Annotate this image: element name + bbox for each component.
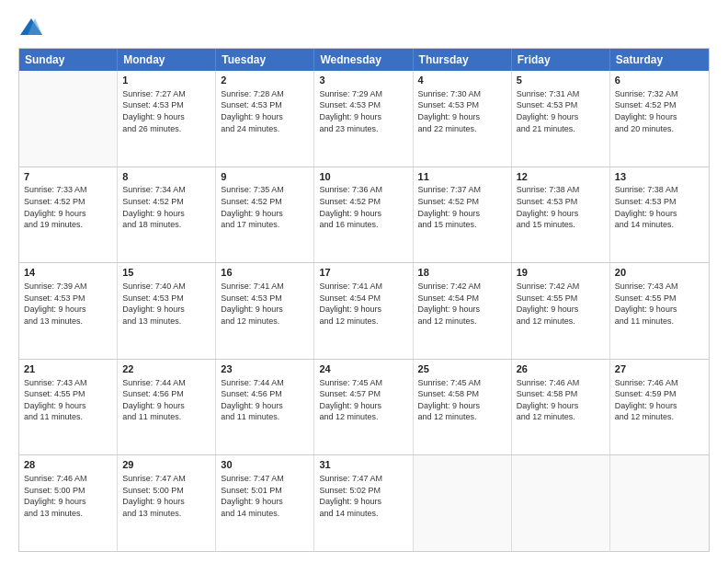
day-info: Sunrise: 7:46 AM Sunset: 4:58 PM Dayligh… — [517, 377, 605, 423]
day-number: 31 — [319, 458, 407, 472]
day-number: 19 — [517, 266, 605, 280]
day-number: 23 — [221, 362, 309, 376]
day-number: 16 — [221, 266, 309, 280]
day-number: 28 — [24, 458, 112, 472]
cal-cell: 3Sunrise: 7:29 AM Sunset: 4:53 PM Daylig… — [314, 71, 413, 167]
calendar: SundayMondayTuesdayWednesdayThursdayFrid… — [18, 48, 710, 552]
day-info: Sunrise: 7:46 AM Sunset: 4:59 PM Dayligh… — [615, 377, 704, 423]
header-cell-wednesday: Wednesday — [314, 49, 413, 71]
day-number: 7 — [24, 170, 112, 184]
cal-cell: 9Sunrise: 7:35 AM Sunset: 4:52 PM Daylig… — [216, 167, 314, 263]
week-row-1: 7Sunrise: 7:33 AM Sunset: 4:52 PM Daylig… — [19, 167, 709, 264]
header-cell-monday: Monday — [118, 49, 216, 71]
day-info: Sunrise: 7:28 AM Sunset: 4:53 PM Dayligh… — [221, 88, 309, 134]
cal-cell: 13Sunrise: 7:38 AM Sunset: 4:53 PM Dayli… — [610, 167, 709, 263]
day-info: Sunrise: 7:42 AM Sunset: 4:55 PM Dayligh… — [517, 281, 605, 327]
header-cell-thursday: Thursday — [414, 49, 512, 71]
day-number: 5 — [517, 74, 605, 87]
cal-cell: 25Sunrise: 7:45 AM Sunset: 4:58 PM Dayli… — [414, 360, 512, 455]
cal-cell: 8Sunrise: 7:34 AM Sunset: 4:52 PM Daylig… — [118, 167, 216, 263]
week-row-0: 1Sunrise: 7:27 AM Sunset: 4:53 PM Daylig… — [19, 71, 709, 167]
day-number: 15 — [122, 266, 210, 280]
day-number: 20 — [615, 266, 704, 280]
day-info: Sunrise: 7:38 AM Sunset: 4:53 PM Dayligh… — [615, 184, 704, 230]
day-info: Sunrise: 7:47 AM Sunset: 5:01 PM Dayligh… — [221, 473, 309, 519]
day-info: Sunrise: 7:30 AM Sunset: 4:53 PM Dayligh… — [418, 88, 506, 134]
cal-cell: 27Sunrise: 7:46 AM Sunset: 4:59 PM Dayli… — [610, 360, 709, 455]
cal-cell: 26Sunrise: 7:46 AM Sunset: 4:58 PM Dayli… — [512, 360, 610, 455]
cal-cell: 4Sunrise: 7:30 AM Sunset: 4:53 PM Daylig… — [414, 71, 512, 167]
day-info: Sunrise: 7:45 AM Sunset: 4:57 PM Dayligh… — [319, 377, 407, 423]
day-info: Sunrise: 7:44 AM Sunset: 4:56 PM Dayligh… — [221, 377, 309, 423]
day-info: Sunrise: 7:41 AM Sunset: 4:53 PM Dayligh… — [221, 281, 309, 327]
day-number: 27 — [615, 362, 704, 376]
cal-cell — [512, 455, 610, 551]
day-number: 13 — [615, 170, 704, 184]
calendar-header-row: SundayMondayTuesdayWednesdayThursdayFrid… — [19, 49, 709, 71]
day-number: 25 — [418, 362, 506, 376]
cal-cell — [19, 71, 118, 167]
day-number: 6 — [615, 74, 704, 87]
day-info: Sunrise: 7:32 AM Sunset: 4:52 PM Dayligh… — [615, 88, 704, 134]
cal-cell — [610, 455, 709, 551]
header-cell-tuesday: Tuesday — [216, 49, 314, 71]
day-info: Sunrise: 7:44 AM Sunset: 4:56 PM Dayligh… — [122, 377, 210, 423]
day-info: Sunrise: 7:34 AM Sunset: 4:52 PM Dayligh… — [122, 184, 210, 230]
header-cell-friday: Friday — [512, 49, 610, 71]
week-row-3: 21Sunrise: 7:43 AM Sunset: 4:55 PM Dayli… — [19, 360, 709, 456]
day-number: 21 — [24, 362, 112, 376]
day-info: Sunrise: 7:40 AM Sunset: 4:53 PM Dayligh… — [122, 281, 210, 327]
cal-cell: 30Sunrise: 7:47 AM Sunset: 5:01 PM Dayli… — [216, 455, 314, 551]
cal-cell: 23Sunrise: 7:44 AM Sunset: 4:56 PM Dayli… — [216, 360, 314, 455]
cal-cell: 24Sunrise: 7:45 AM Sunset: 4:57 PM Dayli… — [314, 360, 413, 455]
cal-cell: 22Sunrise: 7:44 AM Sunset: 4:56 PM Dayli… — [118, 360, 216, 455]
week-row-4: 28Sunrise: 7:46 AM Sunset: 5:00 PM Dayli… — [19, 455, 709, 551]
week-row-2: 14Sunrise: 7:39 AM Sunset: 4:53 PM Dayli… — [19, 263, 709, 360]
day-number: 8 — [122, 170, 210, 184]
cal-cell: 7Sunrise: 7:33 AM Sunset: 4:52 PM Daylig… — [19, 167, 118, 263]
cal-cell: 14Sunrise: 7:39 AM Sunset: 4:53 PM Dayli… — [19, 263, 118, 359]
cal-cell: 28Sunrise: 7:46 AM Sunset: 5:00 PM Dayli… — [19, 455, 118, 551]
cal-cell: 10Sunrise: 7:36 AM Sunset: 4:52 PM Dayli… — [314, 167, 413, 263]
cal-cell: 11Sunrise: 7:37 AM Sunset: 4:52 PM Dayli… — [414, 167, 512, 263]
day-info: Sunrise: 7:46 AM Sunset: 5:00 PM Dayligh… — [24, 473, 112, 519]
day-info: Sunrise: 7:47 AM Sunset: 5:00 PM Dayligh… — [122, 473, 210, 519]
day-number: 4 — [418, 74, 506, 87]
day-number: 14 — [24, 266, 112, 280]
cal-cell: 16Sunrise: 7:41 AM Sunset: 4:53 PM Dayli… — [216, 263, 314, 359]
header — [18, 15, 710, 40]
cal-cell: 17Sunrise: 7:41 AM Sunset: 4:54 PM Dayli… — [314, 263, 413, 359]
cal-cell: 20Sunrise: 7:43 AM Sunset: 4:55 PM Dayli… — [610, 263, 709, 359]
day-number: 2 — [221, 74, 309, 87]
cal-cell: 29Sunrise: 7:47 AM Sunset: 5:00 PM Dayli… — [118, 455, 216, 551]
cal-cell: 15Sunrise: 7:40 AM Sunset: 4:53 PM Dayli… — [118, 263, 216, 359]
logo-icon — [18, 15, 44, 40]
day-info: Sunrise: 7:37 AM Sunset: 4:52 PM Dayligh… — [418, 184, 506, 230]
day-number: 26 — [517, 362, 605, 376]
header-cell-sunday: Sunday — [19, 49, 118, 71]
day-number: 22 — [122, 362, 210, 376]
cal-cell: 31Sunrise: 7:47 AM Sunset: 5:02 PM Dayli… — [314, 455, 413, 551]
day-info: Sunrise: 7:43 AM Sunset: 4:55 PM Dayligh… — [615, 281, 704, 327]
day-number: 30 — [221, 458, 309, 472]
day-info: Sunrise: 7:36 AM Sunset: 4:52 PM Dayligh… — [319, 184, 407, 230]
cal-cell: 2Sunrise: 7:28 AM Sunset: 4:53 PM Daylig… — [216, 71, 314, 167]
day-info: Sunrise: 7:41 AM Sunset: 4:54 PM Dayligh… — [319, 281, 407, 327]
cal-cell: 6Sunrise: 7:32 AM Sunset: 4:52 PM Daylig… — [610, 71, 709, 167]
page: SundayMondayTuesdayWednesdayThursdayFrid… — [0, 0, 728, 563]
calendar-body: 1Sunrise: 7:27 AM Sunset: 4:53 PM Daylig… — [19, 71, 709, 551]
cal-cell: 19Sunrise: 7:42 AM Sunset: 4:55 PM Dayli… — [512, 263, 610, 359]
day-info: Sunrise: 7:33 AM Sunset: 4:52 PM Dayligh… — [24, 184, 112, 230]
cal-cell: 1Sunrise: 7:27 AM Sunset: 4:53 PM Daylig… — [118, 71, 216, 167]
day-info: Sunrise: 7:35 AM Sunset: 4:52 PM Dayligh… — [221, 184, 309, 230]
day-info: Sunrise: 7:42 AM Sunset: 4:54 PM Dayligh… — [418, 281, 506, 327]
day-number: 29 — [122, 458, 210, 472]
day-info: Sunrise: 7:38 AM Sunset: 4:53 PM Dayligh… — [517, 184, 605, 230]
day-info: Sunrise: 7:43 AM Sunset: 4:55 PM Dayligh… — [24, 377, 112, 423]
day-number: 17 — [319, 266, 407, 280]
day-info: Sunrise: 7:29 AM Sunset: 4:53 PM Dayligh… — [319, 88, 407, 134]
cal-cell — [414, 455, 512, 551]
day-info: Sunrise: 7:45 AM Sunset: 4:58 PM Dayligh… — [418, 377, 506, 423]
day-number: 9 — [221, 170, 309, 184]
day-number: 12 — [517, 170, 605, 184]
